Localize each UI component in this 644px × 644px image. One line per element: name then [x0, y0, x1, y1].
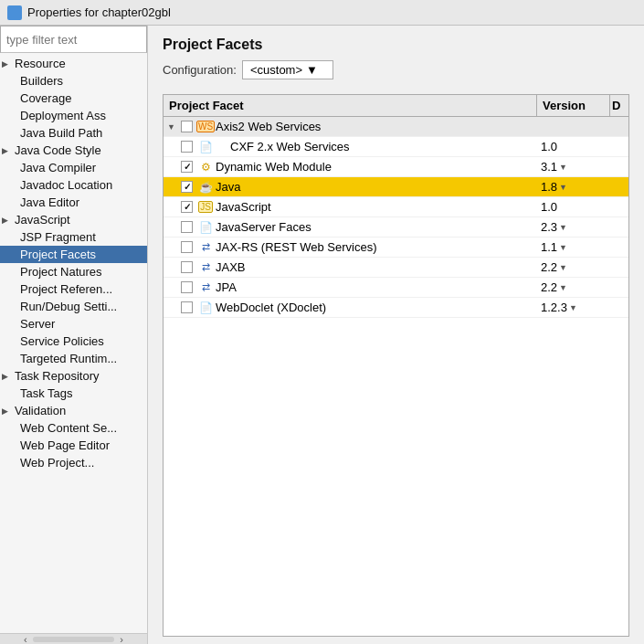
facet-label: WebDoclet (XDoclet)	[216, 301, 326, 314]
version-dropdown-arrow-icon[interactable]: ▼	[559, 283, 567, 292]
table-row[interactable]: 📄JavaServer Faces2.3 ▼	[164, 217, 628, 238]
table-row[interactable]: JSJavaScript1.0	[164, 197, 628, 217]
sidebar-item-coverage[interactable]: Coverage	[0, 90, 147, 107]
scroll-right-btn[interactable]: ›	[114, 632, 129, 645]
facet-icon-arrow: ⇄	[198, 280, 213, 295]
arrow-icon: ⇄	[202, 241, 210, 253]
config-row: Configuration: <custom> ▼	[163, 60, 629, 79]
js-icon: JS	[198, 201, 213, 213]
sidebar-item-project-facets[interactable]: Project Facets	[0, 246, 147, 263]
facet-label: CXF 2.x Web Services	[216, 140, 350, 153]
facet-checkbox[interactable]	[181, 141, 193, 153]
sidebar-item-label: Web Content Se...	[20, 421, 117, 435]
sidebar-item-project-natures[interactable]: Project Natures	[0, 263, 147, 280]
page-title: Project Facets	[163, 37, 629, 53]
sidebar-scroll-area[interactable]: ▶ResourceBuildersCoverageDeployment AssJ…	[0, 53, 147, 633]
version-number: 1.1	[541, 240, 557, 254]
sidebar-item-targeted-runtime[interactable]: Targeted Runtim...	[0, 350, 147, 367]
version-dropdown-arrow-icon[interactable]: ▼	[559, 243, 567, 252]
sidebar-item-web-project[interactable]: Web Project...	[0, 454, 147, 471]
facet-icon-arrow: ⇄	[198, 240, 213, 255]
facet-checkbox[interactable]	[181, 261, 193, 273]
facet-checkbox[interactable]	[181, 181, 193, 193]
cell-version: 1.8 ▼	[537, 178, 610, 195]
page-icon: 📄	[199, 221, 213, 234]
sidebar-item-resource[interactable]: ▶Resource	[0, 55, 147, 72]
sidebar-item-web-content-se[interactable]: Web Content Se...	[0, 419, 147, 437]
sidebar-list: ▶ResourceBuildersCoverageDeployment AssJ…	[0, 53, 147, 473]
table-row[interactable]: ☕Java1.8 ▼	[164, 177, 628, 197]
cell-version	[537, 125, 610, 129]
sidebar-item-service-policies[interactable]: Service Policies	[0, 333, 147, 350]
sidebar-item-jsp-fragment[interactable]: JSP Fragment	[0, 228, 147, 246]
version-dropdown-arrow-icon[interactable]: ▼	[559, 163, 567, 172]
facet-icon-page: 📄	[198, 220, 213, 235]
sidebar-item-label: Service Policies	[20, 334, 104, 348]
facet-checkbox[interactable]	[181, 301, 193, 313]
sidebar-item-run-debug-settings[interactable]: Run/Debug Setti...	[0, 298, 147, 315]
title-bar: Properties for chapter02gbl	[0, 0, 644, 26]
sidebar-item-java-compiler[interactable]: Java Compiler	[0, 159, 147, 176]
sidebar-item-validation[interactable]: ▶Validation	[0, 402, 147, 419]
facet-checkbox[interactable]	[181, 201, 193, 213]
sidebar-item-server[interactable]: Server	[0, 315, 147, 333]
cell-version: 2.3 ▼	[537, 218, 610, 236]
table-row[interactable]: 📄CXF 2.x Web Services1.0	[164, 137, 628, 157]
sidebar-item-java-editor[interactable]: Java Editor	[0, 194, 147, 211]
version-number: 3.1	[541, 160, 557, 174]
table-row[interactable]: ⇄JAX-RS (REST Web Services)1.1 ▼	[164, 238, 628, 258]
facet-checkbox[interactable]	[181, 241, 193, 253]
table-row[interactable]: 📄WebDoclet (XDoclet)1.2.3 ▼	[164, 298, 628, 318]
facet-icon-coffee: ☕	[198, 180, 213, 195]
table-row[interactable]: ⚙Dynamic Web Module3.1 ▼	[164, 157, 628, 177]
table-body[interactable]: ▼WSAxis2 Web Services📄CXF 2.x Web Servic…	[164, 117, 628, 636]
cell-facet: ⇄JAXB	[164, 259, 537, 277]
version-dropdown-arrow-icon[interactable]: ▼	[559, 263, 567, 272]
facets-table: Project Facet Version D ▼WSAxis2 Web Ser…	[163, 94, 629, 637]
sidebar-item-label: Java Code Style	[15, 143, 101, 157]
arrow-icon: ⇄	[202, 281, 210, 293]
facet-checkbox[interactable]	[181, 221, 193, 233]
cell-version: 1.1 ▼	[537, 238, 610, 256]
facet-checkbox[interactable]	[181, 161, 193, 173]
sidebar-item-project-references[interactable]: Project Referen...	[0, 280, 147, 298]
right-panel: Project Facets Configuration: <custom> ▼…	[148, 26, 644, 644]
sidebar-item-label: Project Facets	[20, 248, 96, 261]
sidebar-item-label: Java Editor	[20, 195, 79, 209]
ws-icon: WS	[196, 121, 215, 132]
sidebar-item-java-code-style[interactable]: ▶Java Code Style	[0, 142, 147, 159]
sidebar-item-label: Run/Debug Setti...	[20, 300, 117, 313]
sidebar-item-java-build-path[interactable]: Java Build Path	[0, 124, 147, 142]
facet-icon-gear: ⚙	[198, 160, 213, 174]
sidebar-item-builders[interactable]: Builders	[0, 72, 147, 90]
sidebar-item-deployment-ass[interactable]: Deployment Ass	[0, 107, 147, 124]
version-number: 2.3	[541, 220, 557, 234]
version-number: 1.2.3	[541, 301, 567, 314]
version-number: 2.2	[541, 280, 557, 294]
table-row[interactable]: ▼WSAxis2 Web Services	[164, 117, 628, 137]
cell-facet: 📄JavaServer Faces	[164, 218, 537, 237]
cell-facet: ⇄JPA	[164, 279, 537, 297]
cell-version: 1.0	[537, 198, 610, 216]
filter-input[interactable]	[0, 26, 147, 53]
table-header: Project Facet Version D	[164, 95, 628, 117]
sidebar-item-web-page-editor[interactable]: Web Page Editor	[0, 437, 147, 454]
version-dropdown-arrow-icon[interactable]: ▼	[569, 303, 577, 312]
version-dropdown-arrow-icon[interactable]: ▼	[559, 223, 567, 232]
sidebar-item-task-repository[interactable]: ▶Task Repository	[0, 367, 147, 385]
table-row[interactable]: ⇄JAXB2.2 ▼	[164, 258, 628, 278]
scroll-left-btn[interactable]: ‹	[18, 632, 33, 645]
table-row[interactable]: ⇄JPA2.2 ▼	[164, 278, 628, 298]
sidebar-item-task-tags[interactable]: Task Tags	[0, 385, 147, 402]
facet-checkbox[interactable]	[181, 121, 193, 132]
config-dropdown[interactable]: <custom> ▼	[242, 60, 333, 79]
expand-arrow-icon: ▶	[2, 146, 13, 155]
row-expand-arrow-icon[interactable]: ▼	[167, 122, 176, 132]
sidebar-horizontal-scrollbar[interactable]: ‹ ›	[0, 633, 147, 644]
facet-checkbox[interactable]	[181, 281, 193, 293]
sidebar-item-javadoc-location[interactable]: Javadoc Location	[0, 176, 147, 194]
version-dropdown-arrow-icon[interactable]: ▼	[559, 183, 567, 192]
sidebar-item-javascript[interactable]: ▶JavaScript	[0, 211, 147, 228]
gear-icon: ⚙	[201, 161, 211, 174]
main-layout: ▶ResourceBuildersCoverageDeployment AssJ…	[0, 26, 644, 644]
